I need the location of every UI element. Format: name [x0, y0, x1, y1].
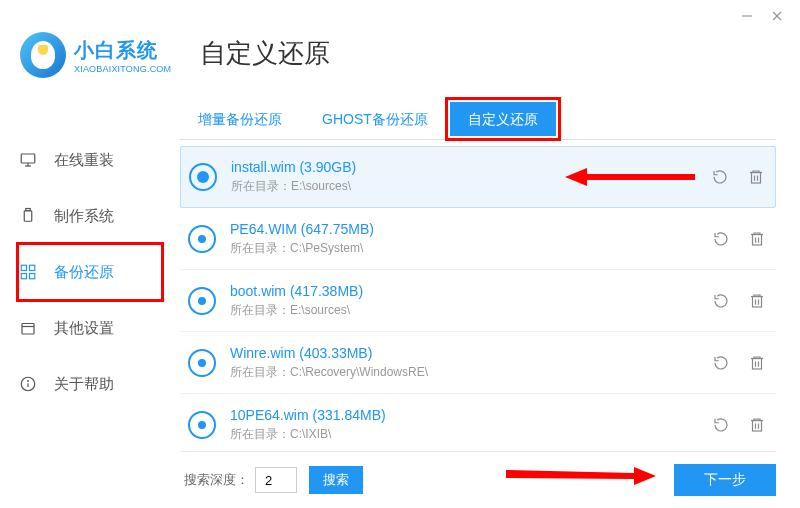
tab-custom-restore[interactable]: 自定义还原 — [450, 102, 556, 136]
logo-icon — [20, 32, 66, 78]
radio-icon[interactable] — [189, 163, 217, 191]
logo: 小白系统 XIAOBAIXITONG.COM — [20, 32, 200, 78]
next-button[interactable]: 下一步 — [674, 464, 776, 496]
sidebar-item-label: 制作系统 — [54, 207, 114, 226]
brand-name: 小白系统 — [74, 37, 171, 64]
info-icon — [18, 374, 38, 394]
tab-incremental[interactable]: 增量备份还原 — [180, 102, 300, 136]
svg-rect-8 — [21, 265, 26, 270]
file-path: 所在目录：C:\IXIB\ — [230, 426, 710, 443]
sidebar: 在线重装 制作系统 备份还原 其他设置 关于帮助 — [0, 92, 180, 508]
delete-button[interactable] — [746, 414, 768, 436]
sidebar-item-other-settings[interactable]: 其他设置 — [18, 300, 162, 356]
minimize-button[interactable] — [732, 4, 762, 28]
svg-marker-33 — [506, 467, 656, 485]
footer: 搜索深度： 搜索 下一步 — [180, 451, 776, 508]
radio-icon[interactable] — [188, 225, 216, 253]
svg-rect-10 — [21, 274, 26, 279]
search-depth-input[interactable] — [255, 467, 297, 493]
delete-button[interactable] — [746, 352, 768, 374]
svg-rect-17 — [752, 173, 761, 184]
radio-icon[interactable] — [188, 287, 216, 315]
delete-button[interactable] — [746, 228, 768, 250]
svg-rect-11 — [30, 274, 35, 279]
svg-rect-21 — [753, 234, 762, 245]
radio-icon[interactable] — [188, 349, 216, 377]
sidebar-item-label: 关于帮助 — [54, 375, 114, 394]
file-path: 所在目录：C:\Recovery\WindowsRE\ — [230, 364, 710, 381]
file-name: install.wim (3.90GB) — [231, 159, 709, 175]
file-row[interactable]: 10PE64.wim (331.84MB) 所在目录：C:\IXIB\ — [180, 394, 776, 447]
sidebar-item-label: 其他设置 — [54, 319, 114, 338]
file-path: 所在目录：E:\sources\ — [230, 302, 710, 319]
restore-history-button[interactable] — [710, 414, 732, 436]
file-row[interactable]: boot.wim (417.38MB) 所在目录：E:\sources\ — [180, 270, 776, 332]
file-path: 所在目录：E:\sources\ — [231, 178, 709, 195]
svg-rect-9 — [30, 265, 35, 270]
search-depth-label: 搜索深度： — [184, 471, 249, 489]
box-icon — [18, 318, 38, 338]
svg-rect-12 — [22, 324, 34, 335]
annotation-arrow-icon — [506, 464, 656, 488]
svg-rect-7 — [26, 209, 31, 211]
file-list: install.wim (3.90GB) 所在目录：E:\sources\ PE… — [180, 146, 776, 447]
svg-rect-27 — [753, 358, 762, 369]
tab-ghost[interactable]: GHOST备份还原 — [304, 102, 446, 136]
usb-icon — [18, 206, 38, 226]
tabs: 增量备份还原 GHOST备份还原 自定义还原 — [180, 98, 776, 140]
delete-button[interactable] — [746, 290, 768, 312]
svg-rect-3 — [21, 154, 35, 163]
restore-history-button[interactable] — [710, 228, 732, 250]
file-row[interactable]: install.wim (3.90GB) 所在目录：E:\sources\ — [180, 146, 776, 208]
file-name: 10PE64.wim (331.84MB) — [230, 407, 710, 423]
file-name: PE64.WIM (647.75MB) — [230, 221, 710, 237]
sidebar-item-online-reinstall[interactable]: 在线重装 — [18, 132, 162, 188]
restore-history-button[interactable] — [709, 166, 731, 188]
sidebar-item-about-help[interactable]: 关于帮助 — [18, 356, 162, 412]
svg-point-16 — [28, 381, 29, 382]
search-button[interactable]: 搜索 — [309, 466, 363, 494]
svg-rect-24 — [753, 296, 762, 307]
sidebar-item-backup-restore[interactable]: 备份还原 — [18, 244, 162, 300]
svg-rect-6 — [24, 211, 32, 222]
page-title: 自定义还原 — [200, 32, 330, 71]
close-button[interactable] — [762, 4, 792, 28]
sidebar-item-label: 在线重装 — [54, 151, 114, 170]
sidebar-item-label: 备份还原 — [54, 263, 114, 282]
svg-rect-30 — [753, 420, 762, 431]
file-name: boot.wim (417.38MB) — [230, 283, 710, 299]
sidebar-item-make-system[interactable]: 制作系统 — [18, 188, 162, 244]
file-row[interactable]: Winre.wim (403.33MB) 所在目录：C:\Recovery\Wi… — [180, 332, 776, 394]
brand-sub: XIAOBAIXITONG.COM — [74, 64, 171, 74]
file-row[interactable]: PE64.WIM (647.75MB) 所在目录：C:\PeSystem\ — [180, 208, 776, 270]
radio-icon[interactable] — [188, 411, 216, 439]
delete-button[interactable] — [745, 166, 767, 188]
file-path: 所在目录：C:\PeSystem\ — [230, 240, 710, 257]
restore-history-button[interactable] — [710, 290, 732, 312]
grid-icon — [18, 262, 38, 282]
restore-history-button[interactable] — [710, 352, 732, 374]
monitor-icon — [18, 150, 38, 170]
file-name: Winre.wim (403.33MB) — [230, 345, 710, 361]
